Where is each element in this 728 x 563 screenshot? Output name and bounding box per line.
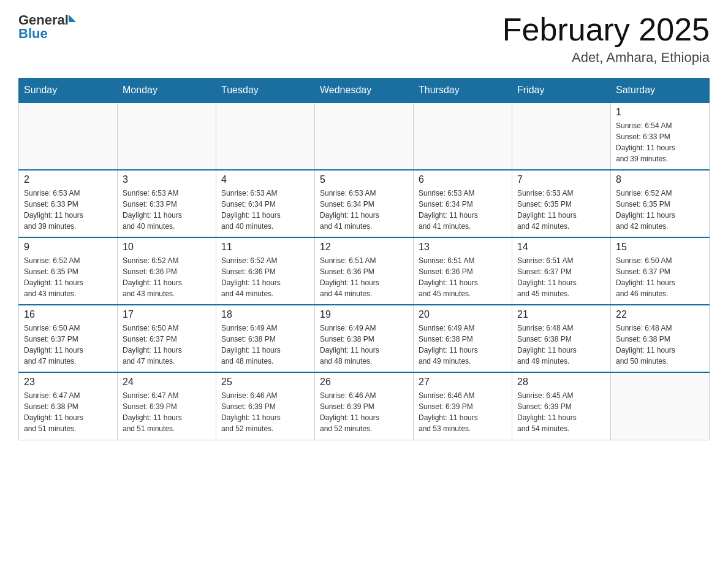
calendar-cell: [611, 372, 710, 440]
calendar-cell: 20Sunrise: 6:49 AMSunset: 6:38 PMDayligh…: [414, 305, 512, 372]
day-info: Sunrise: 6:50 AMSunset: 6:37 PMDaylight:…: [24, 323, 112, 367]
day-number: 16: [24, 309, 112, 320]
day-info: Sunrise: 6:52 AMSunset: 6:36 PMDaylight:…: [221, 255, 309, 299]
calendar-cell: 9Sunrise: 6:52 AMSunset: 6:35 PMDaylight…: [19, 237, 118, 305]
logo-arrow-icon: [69, 15, 76, 22]
day-info: Sunrise: 6:46 AMSunset: 6:39 PMDaylight:…: [221, 390, 309, 434]
day-number: 13: [419, 242, 507, 253]
day-number: 22: [616, 309, 704, 320]
calendar-cell: 26Sunrise: 6:46 AMSunset: 6:39 PMDayligh…: [315, 372, 414, 440]
header-day-friday: Friday: [512, 79, 611, 103]
week-row-4: 16Sunrise: 6:50 AMSunset: 6:37 PMDayligh…: [19, 305, 710, 372]
calendar-cell: [414, 102, 512, 170]
calendar-subtitle: Adet, Amhara, Ethiopia: [502, 50, 710, 66]
header-day-sunday: Sunday: [19, 79, 118, 103]
day-number: 10: [123, 242, 211, 253]
day-info: Sunrise: 6:53 AMSunset: 6:34 PMDaylight:…: [419, 188, 507, 232]
calendar-title: February 2025: [502, 12, 710, 47]
header-day-thursday: Thursday: [414, 79, 512, 103]
calendar-cell: 21Sunrise: 6:48 AMSunset: 6:38 PMDayligh…: [512, 305, 611, 372]
calendar-table: SundayMondayTuesdayWednesdayThursdayFrid…: [18, 78, 710, 440]
day-info: Sunrise: 6:50 AMSunset: 6:37 PMDaylight:…: [123, 323, 211, 367]
day-info: Sunrise: 6:47 AMSunset: 6:38 PMDaylight:…: [24, 390, 112, 434]
week-row-3: 9Sunrise: 6:52 AMSunset: 6:35 PMDaylight…: [19, 237, 710, 305]
header-day-monday: Monday: [118, 79, 216, 103]
calendar-cell: [216, 102, 315, 170]
logo: General Blue: [18, 12, 76, 42]
day-info: Sunrise: 6:48 AMSunset: 6:38 PMDaylight:…: [616, 323, 704, 367]
day-number: 11: [221, 242, 309, 253]
calendar-cell: 3Sunrise: 6:53 AMSunset: 6:33 PMDaylight…: [118, 170, 216, 237]
day-number: 23: [24, 377, 112, 388]
calendar-cell: 12Sunrise: 6:51 AMSunset: 6:36 PMDayligh…: [315, 237, 414, 305]
day-number: 26: [320, 377, 408, 388]
calendar-cell: [512, 102, 611, 170]
calendar-cell: 14Sunrise: 6:51 AMSunset: 6:37 PMDayligh…: [512, 237, 611, 305]
day-number: 25: [221, 377, 309, 388]
calendar-cell: [118, 102, 216, 170]
calendar-cell: 4Sunrise: 6:53 AMSunset: 6:34 PMDaylight…: [216, 170, 315, 237]
calendar-cell: 22Sunrise: 6:48 AMSunset: 6:38 PMDayligh…: [611, 305, 710, 372]
page-header: General Blue February 2025 Adet, Amhara,…: [18, 12, 710, 66]
day-number: 6: [419, 174, 507, 185]
day-info: Sunrise: 6:52 AMSunset: 6:35 PMDaylight:…: [616, 188, 704, 232]
day-info: Sunrise: 6:47 AMSunset: 6:39 PMDaylight:…: [123, 390, 211, 434]
calendar-cell: 28Sunrise: 6:45 AMSunset: 6:39 PMDayligh…: [512, 372, 611, 440]
day-number: 12: [320, 242, 408, 253]
day-number: 8: [616, 174, 704, 185]
day-info: Sunrise: 6:48 AMSunset: 6:38 PMDaylight:…: [517, 323, 605, 367]
day-info: Sunrise: 6:45 AMSunset: 6:39 PMDaylight:…: [517, 390, 605, 434]
day-info: Sunrise: 6:53 AMSunset: 6:34 PMDaylight:…: [221, 188, 309, 232]
calendar-cell: [19, 102, 118, 170]
day-info: Sunrise: 6:49 AMSunset: 6:38 PMDaylight:…: [221, 323, 309, 367]
day-number: 2: [24, 174, 112, 185]
day-number: 4: [221, 174, 309, 185]
day-info: Sunrise: 6:49 AMSunset: 6:38 PMDaylight:…: [320, 323, 408, 367]
day-info: Sunrise: 6:53 AMSunset: 6:34 PMDaylight:…: [320, 188, 408, 232]
day-number: 28: [517, 377, 605, 388]
day-number: 17: [123, 309, 211, 320]
calendar-cell: 2Sunrise: 6:53 AMSunset: 6:33 PMDaylight…: [19, 170, 118, 237]
day-number: 20: [419, 309, 507, 320]
calendar-cell: 24Sunrise: 6:47 AMSunset: 6:39 PMDayligh…: [118, 372, 216, 440]
week-row-1: 1Sunrise: 6:54 AMSunset: 6:33 PMDaylight…: [19, 102, 710, 170]
day-info: Sunrise: 6:50 AMSunset: 6:37 PMDaylight:…: [616, 255, 704, 299]
day-info: Sunrise: 6:52 AMSunset: 6:35 PMDaylight:…: [24, 255, 112, 299]
day-number: 18: [221, 309, 309, 320]
calendar-cell: 25Sunrise: 6:46 AMSunset: 6:39 PMDayligh…: [216, 372, 315, 440]
day-info: Sunrise: 6:51 AMSunset: 6:37 PMDaylight:…: [517, 255, 605, 299]
calendar-cell: 15Sunrise: 6:50 AMSunset: 6:37 PMDayligh…: [611, 237, 710, 305]
day-info: Sunrise: 6:52 AMSunset: 6:36 PMDaylight:…: [123, 255, 211, 299]
week-row-5: 23Sunrise: 6:47 AMSunset: 6:38 PMDayligh…: [19, 372, 710, 440]
day-info: Sunrise: 6:49 AMSunset: 6:38 PMDaylight:…: [419, 323, 507, 367]
day-info: Sunrise: 6:53 AMSunset: 6:35 PMDaylight:…: [517, 188, 605, 232]
day-info: Sunrise: 6:51 AMSunset: 6:36 PMDaylight:…: [419, 255, 507, 299]
day-info: Sunrise: 6:46 AMSunset: 6:39 PMDaylight:…: [419, 390, 507, 434]
header-day-tuesday: Tuesday: [216, 79, 315, 103]
calendar-cell: 10Sunrise: 6:52 AMSunset: 6:36 PMDayligh…: [118, 237, 216, 305]
calendar-cell: 11Sunrise: 6:52 AMSunset: 6:36 PMDayligh…: [216, 237, 315, 305]
calendar-cell: 1Sunrise: 6:54 AMSunset: 6:33 PMDaylight…: [611, 102, 710, 170]
day-number: 7: [517, 174, 605, 185]
day-number: 9: [24, 242, 112, 253]
day-info: Sunrise: 6:53 AMSunset: 6:33 PMDaylight:…: [24, 188, 112, 232]
day-number: 21: [517, 309, 605, 320]
calendar-cell: 13Sunrise: 6:51 AMSunset: 6:36 PMDayligh…: [414, 237, 512, 305]
day-number: 15: [616, 242, 704, 253]
calendar-cell: 5Sunrise: 6:53 AMSunset: 6:34 PMDaylight…: [315, 170, 414, 237]
day-number: 19: [320, 309, 408, 320]
header-day-saturday: Saturday: [611, 79, 710, 103]
day-number: 27: [419, 377, 507, 388]
day-info: Sunrise: 6:54 AMSunset: 6:33 PMDaylight:…: [616, 120, 704, 164]
day-number: 1: [616, 107, 704, 118]
day-number: 3: [123, 174, 211, 185]
day-number: 14: [517, 242, 605, 253]
title-block: February 2025 Adet, Amhara, Ethiopia: [502, 12, 710, 66]
day-info: Sunrise: 6:51 AMSunset: 6:36 PMDaylight:…: [320, 255, 408, 299]
calendar-cell: 23Sunrise: 6:47 AMSunset: 6:38 PMDayligh…: [19, 372, 118, 440]
calendar-cell: 8Sunrise: 6:52 AMSunset: 6:35 PMDaylight…: [611, 170, 710, 237]
calendar-cell: 7Sunrise: 6:53 AMSunset: 6:35 PMDaylight…: [512, 170, 611, 237]
calendar-cell: 19Sunrise: 6:49 AMSunset: 6:38 PMDayligh…: [315, 305, 414, 372]
day-info: Sunrise: 6:46 AMSunset: 6:39 PMDaylight:…: [320, 390, 408, 434]
header-day-wednesday: Wednesday: [315, 79, 414, 103]
